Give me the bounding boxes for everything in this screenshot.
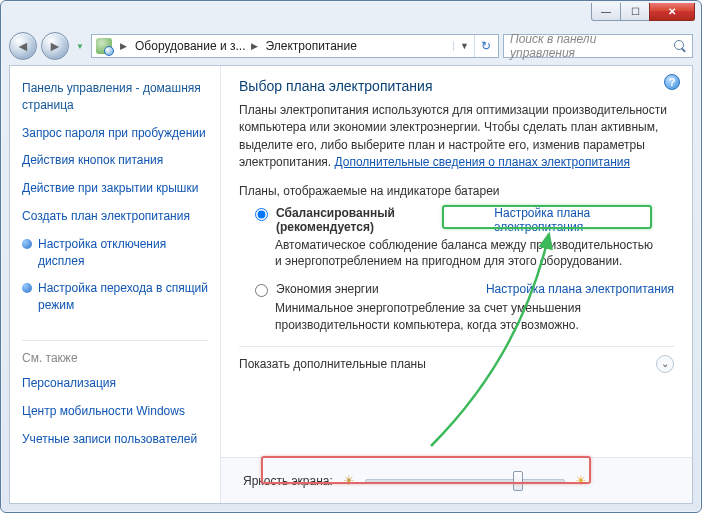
show-additional-plans[interactable]: Показать дополнительные планы ⌄ xyxy=(239,346,674,379)
breadcrumb-overflow[interactable]: ▼ xyxy=(453,41,472,51)
plan-radio-balanced[interactable] xyxy=(255,208,268,221)
power-plan-balanced: Сбалансированный (рекомендуется) Настрой… xyxy=(255,206,674,271)
breadcrumb-segment[interactable]: Электропитание xyxy=(263,39,360,53)
slider-thumb[interactable] xyxy=(513,471,523,491)
main-panel: ? Выбор плана электропитания Планы элект… xyxy=(220,66,692,503)
back-button[interactable]: ◄ xyxy=(9,32,37,60)
plans-section-label: Планы, отображаемые на индикаторе батаре… xyxy=(239,184,674,198)
chevron-down-icon: ⌄ xyxy=(656,355,674,373)
more-info-link[interactable]: Дополнительные сведения о планах электро… xyxy=(335,155,630,169)
sidebar-link-create-plan[interactable]: Создать план электропитания xyxy=(22,208,208,225)
see-also-mobility-center[interactable]: Центр мобильности Windows xyxy=(22,403,208,420)
see-also-personalization[interactable]: Персонализация xyxy=(22,375,208,392)
bullet-icon xyxy=(22,239,32,249)
plan-settings-link-saver[interactable]: Настройка плана электропитания xyxy=(486,282,674,296)
sidebar-link-lid-close[interactable]: Действие при закрытии крышки xyxy=(22,180,208,197)
plan-name: Сбалансированный (рекомендуется) xyxy=(276,206,486,234)
address-bar[interactable]: ▶ Оборудование и з...▶ Электропитание ▼ … xyxy=(91,34,499,58)
sidebar: Панель управления - домашняя страница За… xyxy=(10,66,220,503)
maximize-button[interactable]: ☐ xyxy=(620,3,650,21)
plan-radio-saver[interactable] xyxy=(255,284,268,297)
close-button[interactable]: ✕ xyxy=(649,3,695,21)
brightness-low-icon: ☀ xyxy=(343,473,355,488)
sidebar-link-power-buttons[interactable]: Действия кнопок питания xyxy=(22,152,208,169)
see-also-user-accounts[interactable]: Учетные записи пользователей xyxy=(22,431,208,448)
sidebar-link-password[interactable]: Запрос пароля при пробуждении xyxy=(22,125,208,142)
nav-history-dropdown[interactable]: ▼ xyxy=(73,35,87,57)
breadcrumb-segment[interactable]: Оборудование и з...▶ xyxy=(132,39,261,53)
sidebar-link-display-off[interactable]: Настройка отключения дисплея xyxy=(22,236,208,270)
plan-description: Автоматическое соблюдение баланса между … xyxy=(275,237,655,271)
navigation-bar: ◄ ► ▼ ▶ Оборудование и з...▶ Электропита… xyxy=(9,29,693,63)
refresh-button[interactable]: ↻ xyxy=(474,35,496,57)
plan-settings-link-balanced[interactable]: Настройка плана электропитания xyxy=(494,206,674,234)
search-placeholder: Поиск в панели управления xyxy=(510,32,662,60)
forward-button[interactable]: ► xyxy=(41,32,69,60)
bullet-icon xyxy=(22,283,32,293)
search-box[interactable]: Поиск в панели управления xyxy=(503,34,693,58)
control-panel-home-link[interactable]: Панель управления - домашняя страница xyxy=(22,80,208,114)
help-icon[interactable]: ? xyxy=(664,74,680,90)
page-description: Планы электропитания используются для оп… xyxy=(239,102,674,172)
content-area: Панель управления - домашняя страница За… xyxy=(9,65,693,504)
control-panel-icon xyxy=(96,38,112,54)
breadcrumb-segment[interactable]: ▶ xyxy=(114,41,130,51)
titlebar: — ☐ ✕ xyxy=(1,1,701,29)
window-frame: — ☐ ✕ ◄ ► ▼ ▶ Оборудование и з...▶ Элект… xyxy=(0,0,702,513)
brightness-bar: Яркость экрана: ☀ ☀ xyxy=(221,457,692,503)
sidebar-link-sleep[interactable]: Настройка перехода в спящий режим xyxy=(22,280,208,314)
see-also-label: См. также xyxy=(22,340,208,365)
page-title: Выбор плана электропитания xyxy=(239,78,674,94)
plan-name: Экономия энергии xyxy=(276,282,379,296)
power-plan-saver: Экономия энергии Настройка плана электро… xyxy=(255,282,674,334)
plan-description: Минимальное энергопотребление за счет ум… xyxy=(275,300,655,334)
brightness-slider[interactable] xyxy=(365,472,565,490)
brightness-high-icon: ☀ xyxy=(575,473,587,488)
brightness-label: Яркость экрана: xyxy=(243,474,333,488)
minimize-button[interactable]: — xyxy=(591,3,621,21)
search-icon xyxy=(674,40,686,52)
